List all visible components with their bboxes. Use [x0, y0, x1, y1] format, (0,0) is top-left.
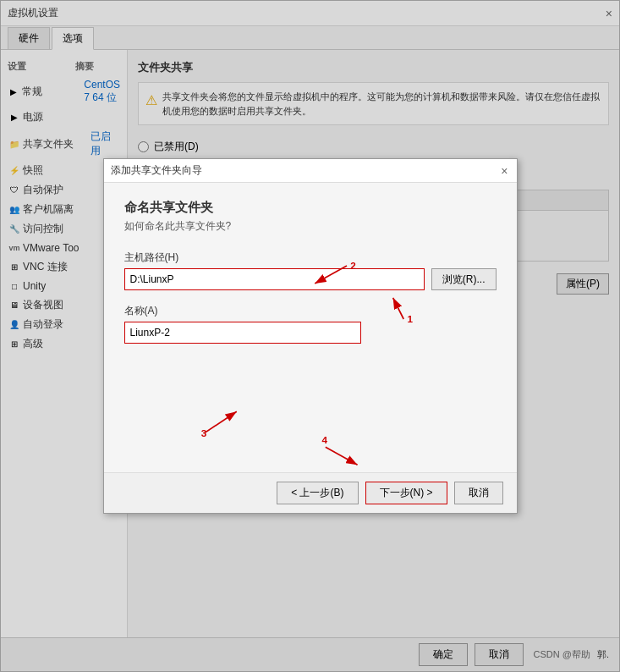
folder-name-input[interactable] — [124, 322, 361, 344]
dialog-spacer — [124, 357, 497, 425]
dialog-body: 命名共享文件夹 如何命名此共享文件夹? 主机路径(H) 浏览(R)... 名称(… — [104, 183, 517, 472]
host-path-label: 主机路径(H) — [124, 251, 497, 265]
add-shared-folder-dialog: 添加共享文件夹向导 × 命名共享文件夹 如何命名此共享文件夹? 主机路径(H) … — [103, 158, 518, 514]
next-button[interactable]: 下一步(N) > — [365, 482, 447, 504]
host-path-input[interactable] — [124, 268, 425, 290]
back-button[interactable]: < 上一步(B) — [277, 482, 358, 504]
dialog-title-bar: 添加共享文件夹向导 × — [104, 159, 517, 183]
dialog-subheading: 如何命名此共享文件夹? — [124, 219, 497, 234]
host-path-group: 主机路径(H) 浏览(R)... — [124, 251, 497, 290]
host-path-row: 浏览(R)... — [124, 268, 497, 290]
dialog-title: 添加共享文件夹向导 — [111, 163, 202, 178]
dialog-footer: < 上一步(B) 下一步(N) > 取消 — [104, 472, 517, 513]
dialog-close-button[interactable]: × — [499, 164, 509, 178]
main-window: 虚拟机设置 × 硬件 选项 设置 摘要 ▶ 常规 CentOS 7 64 位 ▶… — [0, 0, 620, 672]
browse-button[interactable]: 浏览(R)... — [431, 268, 497, 290]
name-label: 名称(A) — [124, 304, 497, 318]
name-row — [124, 322, 497, 344]
dialog-overlay: 添加共享文件夹向导 × 命名共享文件夹 如何命名此共享文件夹? 主机路径(H) … — [1, 1, 619, 671]
dialog-cancel-button[interactable]: 取消 — [454, 482, 503, 504]
dialog-heading: 命名共享文件夹 — [124, 200, 497, 216]
name-group: 名称(A) — [124, 304, 497, 344]
